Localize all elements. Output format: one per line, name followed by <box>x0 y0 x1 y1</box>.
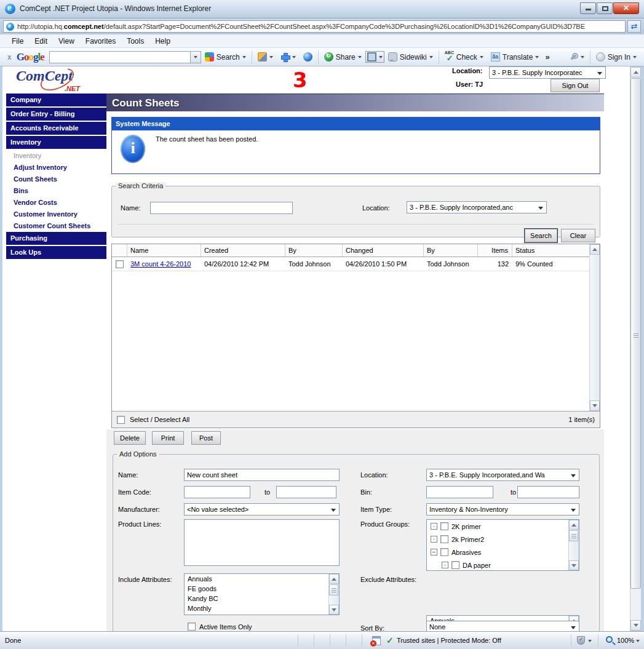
zoom-level[interactable]: 100% <box>617 637 634 644</box>
sidebar-item-count-sheets[interactable]: Count Sheets <box>6 173 106 185</box>
sidebar-item-purchasing[interactable]: Purchasing <box>6 232 106 245</box>
translate-button[interactable]: ãa Translate <box>487 51 543 63</box>
scroll-down-button[interactable] <box>630 620 641 631</box>
active-items-checkbox[interactable] <box>188 623 196 631</box>
tree-checkbox[interactable] <box>451 561 459 569</box>
column-header-status[interactable]: Status <box>512 244 600 257</box>
sidebar-item-order-entry-billing[interactable]: Order Entry - Billing <box>6 108 106 121</box>
count-sheet-link[interactable]: 3M count 4-26-2010 <box>130 260 191 268</box>
safety-icon[interactable] <box>577 636 585 645</box>
sidebar-item-vendor-costs[interactable]: Vendor Costs <box>6 197 106 209</box>
tree-checkbox[interactable] <box>440 548 448 556</box>
menu-favorites[interactable]: Favorites <box>80 36 121 47</box>
sidebar-item-adjust-inventory[interactable]: Adjust Inventory <box>6 162 106 173</box>
search-location-select[interactable]: 3 - P.B.E. Supply Incorporated,anc <box>407 201 547 213</box>
sidewiki-button[interactable]: Sidewiki <box>384 51 437 63</box>
maximize-button[interactable] <box>597 2 613 14</box>
list-item[interactable]: Annuals <box>185 574 339 584</box>
search-button[interactable]: Search <box>525 229 557 242</box>
minimize-button[interactable] <box>580 2 596 14</box>
sidebar-item-look-ups[interactable]: Look Ups <box>6 246 106 259</box>
menu-view[interactable]: View <box>53 36 80 47</box>
toolbar-close-icon[interactable]: x <box>4 53 15 62</box>
scroll-up-button[interactable] <box>329 574 339 584</box>
table-scrollbar[interactable] <box>589 244 600 411</box>
item-code-to-input[interactable] <box>276 486 336 498</box>
list-item[interactable]: Monthly <box>185 603 339 613</box>
item-type-select[interactable]: Inventory & Non-Inventory <box>426 503 579 516</box>
listbox-scrollbar[interactable] <box>328 574 339 615</box>
security-zone-text[interactable]: Trusted sites | Protected Mode: Off <box>397 637 501 644</box>
column-header-items[interactable]: Items <box>478 244 512 257</box>
toolbar-settings-button[interactable] <box>565 51 588 63</box>
chevron-down-icon[interactable] <box>636 640 640 642</box>
scroll-up-button[interactable] <box>590 244 600 255</box>
compatibility-view-button[interactable] <box>627 20 641 33</box>
tree-checkbox[interactable] <box>440 522 448 530</box>
tree-checkbox[interactable] <box>440 535 448 543</box>
scroll-down-button[interactable] <box>329 605 339 615</box>
share-button[interactable]: Share <box>320 51 365 63</box>
scroll-up-button[interactable] <box>630 67 641 78</box>
header-location-select[interactable]: 3 - P.B.E. Supply Incorporatec <box>489 66 606 79</box>
new-count-sheet-name-input[interactable] <box>184 469 340 481</box>
menu-file[interactable]: File <box>6 36 29 47</box>
tree-expander-icon[interactable]: · <box>442 562 448 568</box>
sort-by-select[interactable]: None <box>426 621 579 631</box>
manufacturer-select[interactable]: <No value selected> <box>184 503 340 516</box>
menu-help[interactable]: Help <box>149 36 176 47</box>
toolbar-search-input[interactable] <box>49 51 191 63</box>
add-gadgets-button[interactable] <box>277 51 300 63</box>
sidebar-item-bins[interactable]: Bins <box>6 185 106 197</box>
zoom-icon[interactable] <box>606 636 613 643</box>
print-button[interactable]: Print <box>152 431 184 445</box>
scroll-down-button[interactable] <box>569 560 579 570</box>
address-input[interactable]: http://utopia.hq.comcept.net/default.asp… <box>3 20 626 33</box>
column-header-changed[interactable]: Changed <box>343 244 424 257</box>
toolbar-search-button[interactable]: Search <box>201 51 250 63</box>
scroll-down-button[interactable] <box>590 400 600 411</box>
toolbar-overflow-chevron[interactable]: » <box>543 52 552 62</box>
list-item[interactable]: FE goods <box>185 584 339 594</box>
close-button[interactable] <box>613 2 639 14</box>
post-button[interactable]: Post <box>191 431 221 445</box>
sidebar-item-customer-count-sheets[interactable]: Customer Count Sheets <box>6 220 106 232</box>
sign-out-button[interactable]: Sign Out <box>551 79 600 92</box>
sidebar-item-inventory-sub[interactable]: Inventory <box>6 150 106 162</box>
scroll-up-button[interactable] <box>569 520 579 530</box>
page-scrollbar[interactable] <box>630 66 644 631</box>
menu-tools[interactable]: Tools <box>121 36 149 47</box>
news-button[interactable] <box>254 51 277 63</box>
tree-scrollbar[interactable] <box>568 520 579 570</box>
row-checkbox[interactable] <box>116 260 124 268</box>
menu-edit[interactable]: Edit <box>29 36 53 47</box>
scroll-thumb[interactable] <box>569 530 578 541</box>
delete-button[interactable]: Delete <box>114 431 146 445</box>
tree-expander-icon[interactable]: · <box>431 536 437 543</box>
product-lines-listbox[interactable] <box>184 519 340 566</box>
tree-expander-icon[interactable]: · <box>431 523 437 530</box>
item-code-from-input[interactable] <box>184 486 250 498</box>
bin-to-input[interactable] <box>517 486 579 498</box>
select-all-checkbox[interactable] <box>117 416 125 424</box>
column-header-changed-by[interactable]: By <box>424 244 478 257</box>
add-location-select[interactable]: 3 - P.B.E. Supply Incorporated,and Wa <box>426 469 579 481</box>
scroll-thumb[interactable] <box>630 78 641 589</box>
bin-from-input[interactable] <box>426 486 493 498</box>
column-header-created[interactable]: Created <box>201 244 285 257</box>
sidebar-item-inventory[interactable]: Inventory <box>6 136 106 149</box>
spellcheck-button[interactable]: ABC Check <box>441 51 487 63</box>
column-header-name[interactable]: Name <box>127 244 201 257</box>
clear-button[interactable]: Clear <box>561 229 595 242</box>
screen-capture-button[interactable] <box>365 51 384 63</box>
sign-in-button[interactable]: Sign In <box>592 51 640 63</box>
google-earth-button[interactable] <box>300 51 316 63</box>
privacy-report-icon[interactable] <box>372 636 381 645</box>
sidebar-item-company[interactable]: Company <box>6 94 106 106</box>
chevron-down-icon[interactable] <box>588 640 592 642</box>
sidebar-item-accounts-receivable[interactable]: Accounts Receivable <box>6 122 106 135</box>
list-item[interactable]: Kandy BC <box>185 594 339 603</box>
sidebar-item-customer-inventory[interactable]: Customer Inventory <box>6 209 106 220</box>
search-history-dropdown[interactable] <box>191 51 201 63</box>
scroll-thumb[interactable] <box>329 584 338 595</box>
